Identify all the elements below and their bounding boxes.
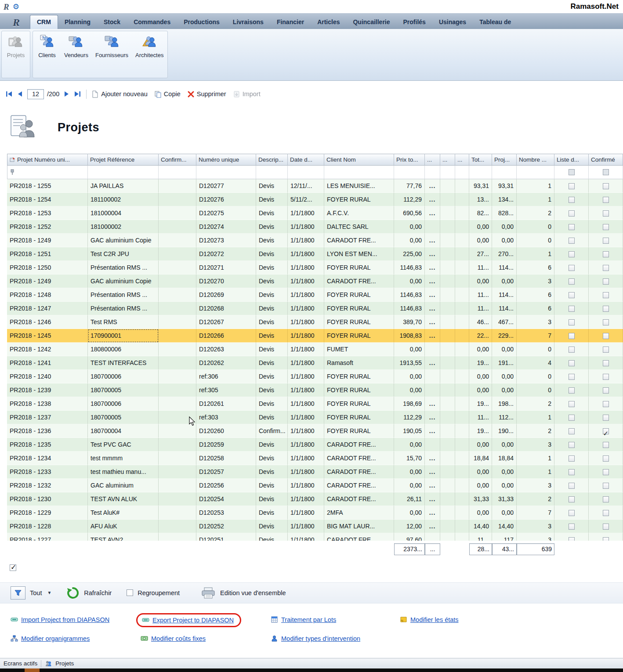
column-header-num-ro-unique[interactable]: Numéro unique	[196, 154, 256, 166]
project-row[interactable]: PR2018 - 1237180700005ref:303Devis1/1/18…	[7, 411, 623, 424]
ribbon-tab-stock[interactable]: Stock	[97, 15, 127, 29]
ribbon-tab-profil-s[interactable]: Profilés	[397, 15, 432, 29]
link-modifier-les-tats[interactable]: Modifier les états	[410, 616, 459, 623]
project-row[interactable]: PR2018 - 1250Présentation RMS ...D120271…	[7, 261, 623, 275]
confirme-checkbox[interactable]	[603, 319, 609, 325]
liste-checkbox[interactable]	[569, 469, 575, 475]
ribbon-tab-financier[interactable]: Financier	[270, 15, 311, 29]
confirme-checkbox[interactable]	[603, 333, 609, 339]
add-new-button[interactable]: Ajouter nouveau	[91, 90, 148, 98]
ribbon-tab-livraisons[interactable]: Livraisons	[226, 15, 270, 29]
cell-dots[interactable]: ...	[425, 315, 440, 329]
filter-cell-12[interactable]	[492, 166, 517, 179]
cell-dots[interactable]: ...	[425, 465, 440, 479]
filter-cell-3[interactable]	[196, 166, 256, 179]
confirme-checkbox[interactable]	[603, 210, 609, 217]
confirme-checkbox[interactable]	[603, 278, 609, 285]
column-header-liste-d[interactable]: Liste d...	[554, 154, 589, 166]
ribbon-button-clients[interactable]: ?Clients	[33, 32, 61, 77]
confirme-checkbox[interactable]	[603, 251, 609, 257]
confirme-checkbox[interactable]	[603, 537, 609, 541]
liste-checkbox[interactable]	[569, 496, 575, 502]
project-row[interactable]: PR2018 - 1248Présentation RMS ...D120269…	[7, 288, 623, 302]
liste-checkbox[interactable]	[569, 265, 575, 271]
project-row[interactable]: PR2018 - 1240180700006ref:306Devis1/1/18…	[7, 370, 623, 383]
import-button[interactable]: Import	[233, 90, 261, 98]
column-header-tot[interactable]: Tot...	[469, 154, 492, 166]
confirme-checkbox[interactable]	[603, 524, 609, 530]
project-row[interactable]: PR2018 - 1255JA PAILLASD120277Devis12/11…	[7, 179, 623, 193]
project-row[interactable]: PR2018 - 1233test mathieu manu...D120257…	[7, 465, 623, 479]
taskbar-button[interactable]	[25, 668, 40, 672]
ribbon-tab-planning[interactable]: Planning	[58, 15, 97, 29]
previous-record-icon[interactable]	[16, 90, 24, 98]
cell-dots[interactable]: ...	[425, 520, 440, 533]
liste-checkbox[interactable]	[569, 428, 575, 434]
filter-checkbox[interactable]	[569, 169, 575, 175]
confirme-checkbox[interactable]	[603, 401, 609, 407]
project-row[interactable]: PR2018 - 1232GAC aluminiumD120256Devis1/…	[7, 479, 623, 492]
column-header-confirm[interactable]: Confirm...	[159, 154, 196, 166]
cell-dots[interactable]: ...	[425, 193, 440, 206]
confirme-checkbox[interactable]	[603, 360, 609, 366]
liste-checkbox[interactable]	[569, 537, 575, 541]
filter-scope-label[interactable]: Tout	[30, 589, 42, 596]
filter-cell-6[interactable]	[324, 166, 394, 179]
copy-button[interactable]: Copie	[154, 90, 181, 98]
column-header-date-d[interactable]: Date d...	[288, 154, 324, 166]
column-header-projet-num-ro-uni[interactable]: Projet Numéro uni...	[7, 154, 88, 166]
confirme-checkbox[interactable]	[603, 224, 609, 230]
project-row[interactable]: PR2018 - 1228AFU AluKD120252Devis1/1/180…	[7, 520, 623, 533]
project-row[interactable]: PR2018 - 1249GAC aluminium CopieD120270D…	[7, 275, 623, 288]
refresh-icon[interactable]	[66, 586, 80, 600]
column-header-dots-8[interactable]: ...	[425, 154, 440, 166]
ribbon-tab-usinages[interactable]: Usinages	[432, 15, 473, 29]
link-modifier-types-d-intervention[interactable]: Modifier types d'intervention	[281, 635, 360, 642]
ribbon-tab-tableau-de[interactable]: Tableau de	[473, 15, 518, 29]
liste-checkbox[interactable]	[569, 278, 575, 285]
liste-checkbox[interactable]	[569, 210, 575, 217]
confirme-checkbox[interactable]	[603, 197, 609, 203]
confirme-checkbox[interactable]	[603, 483, 609, 489]
confirme-checkbox[interactable]	[603, 374, 609, 380]
confirme-checkbox[interactable]	[603, 442, 609, 448]
delete-button[interactable]: Supprimer	[187, 90, 226, 98]
link-modifier-co-ts-fixes[interactable]: Modifier coûts fixes	[151, 635, 206, 642]
liste-checkbox[interactable]	[569, 387, 575, 394]
confirme-checkbox[interactable]	[603, 455, 609, 462]
ribbon-button-architectes[interactable]: Architectes	[132, 32, 167, 77]
printer-icon[interactable]	[201, 587, 216, 599]
project-row[interactable]: PR2018 - 1239180700005ref:305Devis1/1/18…	[7, 383, 623, 397]
confirme-checkbox[interactable]	[603, 265, 609, 271]
liste-checkbox[interactable]	[569, 510, 575, 516]
cell-dots[interactable]: ...	[425, 506, 440, 520]
project-row[interactable]: PR2018 - 1246Test RMSD120267Devis1/1/180…	[7, 315, 623, 329]
cell-dots[interactable]: ...	[425, 302, 440, 315]
confirme-checkbox[interactable]	[603, 469, 609, 475]
cell-dots[interactable]: ...	[425, 288, 440, 302]
filter-checkbox[interactable]	[603, 169, 609, 175]
link-import-project-from-diapason[interactable]: Import Project from DIAPASON	[21, 616, 109, 623]
filter-cell-11[interactable]	[469, 166, 492, 179]
project-row[interactable]: PR2018 - 1230TEST AVN ALUKD120254Devis1/…	[7, 492, 623, 506]
link-export-project-to-diapason[interactable]: Export Project to DIAPASON	[152, 617, 234, 624]
filter-cell-8[interactable]	[425, 166, 440, 179]
project-row[interactable]: PR2018 - 1254181100002D120276Devis5/11/2…	[7, 193, 623, 206]
filter-cell-15[interactable]	[589, 166, 623, 179]
ribbon-tab-productions[interactable]: Productions	[177, 15, 226, 29]
record-number-input[interactable]: 12	[27, 89, 44, 99]
ribbon-button-vendeurs[interactable]: Vendeurs	[61, 32, 92, 77]
liste-checkbox[interactable]	[569, 197, 575, 203]
liste-checkbox[interactable]	[569, 347, 575, 353]
liste-checkbox[interactable]	[569, 360, 575, 366]
liste-checkbox[interactable]	[569, 183, 575, 189]
column-header-confirm[interactable]: Confirmé	[589, 154, 623, 166]
confirme-checkbox[interactable]	[603, 306, 609, 312]
project-row[interactable]: PR2018 - 1242180800006D120263Devis1/1/18…	[7, 343, 623, 356]
project-row[interactable]: PR2018 - 1227TEST AVN2D120251Devis1/1/18…	[7, 533, 623, 541]
confirme-checkbox[interactable]	[603, 238, 609, 244]
filter-cell-13[interactable]	[517, 166, 554, 179]
liste-checkbox[interactable]	[569, 238, 575, 244]
liste-checkbox[interactable]	[569, 401, 575, 407]
ribbon-tab-crm[interactable]: CRM	[30, 15, 58, 29]
